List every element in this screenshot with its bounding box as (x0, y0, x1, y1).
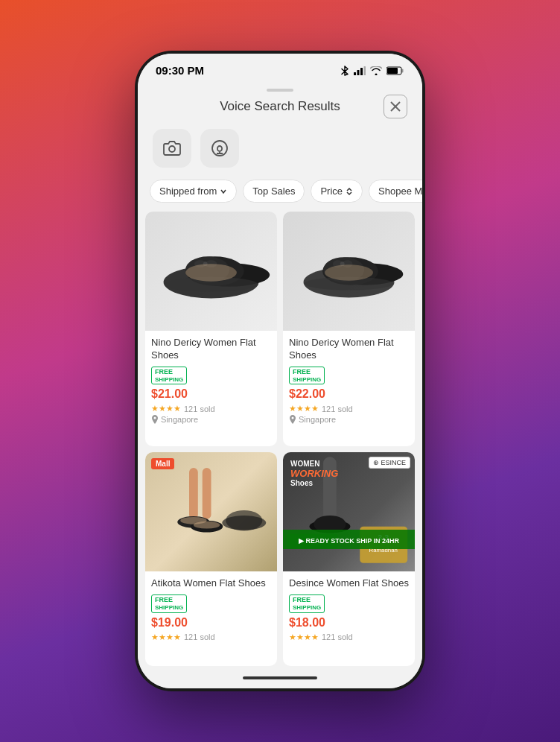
sort-icon (346, 187, 353, 196)
product-price-3: $19.00 (151, 616, 271, 630)
product-price-1: $21.00 (151, 387, 271, 401)
signal-icon (354, 66, 366, 75)
product-location-1: Singapore (151, 415, 271, 424)
product-name-1: Nino Dericy Women Flat Shoes (151, 337, 271, 362)
bottom-sheet: Voice Search Results (138, 81, 422, 688)
free-shipping-badge-4: FREE SHIPPING (289, 594, 325, 612)
svg-rect-2 (360, 68, 363, 75)
esince-brand-badge: ⊕ ESINCE (369, 457, 410, 469)
filter-price[interactable]: Price (311, 180, 363, 203)
sold-count-3: 121 sold (184, 632, 215, 641)
filter-top-sales-label: Top Sales (252, 186, 295, 197)
free-label-1: FREE (155, 368, 183, 376)
home-indicator-bar (243, 676, 317, 679)
stars-3: ★★★★ (151, 632, 181, 642)
filter-shopee-mall[interactable]: Shopee Mall (369, 180, 422, 203)
product-info-2: Nino Dericy Women Flat Shoes FREE SHIPPI… (283, 331, 415, 431)
stars-2: ★★★★ (289, 404, 319, 413)
sold-count-2: 121 sold (322, 405, 353, 413)
svg-rect-1 (357, 70, 360, 75)
filter-shipped-from-label: Shipped from (159, 186, 217, 197)
phone-frame: 09:30 PM (135, 51, 425, 691)
shipping-label-1: SHIPPING (155, 376, 183, 384)
product-meta-3: ★★★★ 121 sold (151, 632, 271, 642)
product-name-4: Desince Women Flat Shoes (289, 577, 409, 590)
working-shoes-text: WOMEN WORKING Shoes (290, 460, 338, 487)
audio-icon (211, 139, 229, 157)
product-location-2: Singapore (289, 415, 409, 424)
sheet-handle (267, 89, 293, 92)
sold-count-1: 121 sold (184, 405, 215, 413)
filter-shopee-mall-label: Shopee Mall (378, 186, 422, 197)
sold-count-4: 121 sold (322, 632, 353, 641)
svg-point-34 (194, 521, 220, 529)
product-name-2: Nino Dericy Women Flat Shoes (289, 337, 409, 362)
product-card-1[interactable]: Nino Dericy Women Flat Shoes FREE SHIPPI… (145, 212, 277, 446)
free-label-4: FREE (293, 596, 321, 604)
camera-button[interactable] (153, 129, 191, 168)
location-text-1: Singapore (161, 415, 198, 424)
svg-point-36 (226, 510, 262, 531)
svg-rect-6 (387, 68, 398, 74)
product-info-3: Atikota Women Flat Shoes FREE SHIPPING $… (145, 571, 277, 650)
phone-screen: 09:30 PM (138, 54, 422, 688)
camera-icon (163, 139, 181, 157)
product-shoe-img-3 (145, 452, 277, 571)
product-meta-1: ★★★★ 121 sold (151, 404, 271, 413)
home-indicator (138, 673, 422, 688)
shipping-label-4: SHIPPING (293, 604, 321, 612)
free-label-3: FREE (155, 596, 183, 604)
product-info-4: Desince Women Flat Shoes FREE SHIPPING $… (283, 571, 415, 650)
location-icon-1 (151, 415, 159, 424)
product-card-2[interactable]: Nino Dericy Women Flat Shoes FREE SHIPPI… (283, 212, 415, 446)
filter-bar: Shipped from Top Sales Price Shop (138, 180, 422, 212)
status-bar: 09:30 PM (138, 54, 422, 81)
product-shoe-img-2 (283, 212, 415, 331)
svg-point-19 (185, 264, 237, 282)
status-icons (340, 66, 404, 76)
close-button[interactable] (384, 95, 407, 118)
product-image-3: Mall (145, 452, 277, 571)
svg-rect-30 (203, 468, 211, 519)
location-icon-2 (289, 415, 296, 424)
product-info-1: Nino Dericy Women Flat Shoes FREE SHIPPI… (145, 331, 277, 431)
product-card-3[interactable]: Mall (145, 452, 277, 666)
bluetooth-icon (340, 66, 349, 76)
sheet-title: Voice Search Results (220, 99, 340, 114)
location-text-2: Singapore (299, 415, 336, 424)
chevron-down-icon (220, 188, 227, 195)
product-meta-4: ★★★★ 121 sold (289, 632, 409, 642)
filter-top-sales[interactable]: Top Sales (243, 180, 305, 203)
product-image-2 (283, 212, 415, 331)
free-shipping-badge-3: FREE SHIPPING (151, 594, 187, 612)
product-name-3: Atikota Women Flat Shoes (151, 577, 271, 590)
stars-4: ★★★★ (289, 632, 319, 642)
product-shoe-img-1 (145, 212, 277, 331)
svg-rect-5 (402, 69, 404, 72)
product-image-4: ⊕ ESINCE WOMEN WORKING Shoes (283, 452, 415, 571)
svg-rect-29 (189, 468, 198, 519)
product-image-1 (145, 212, 277, 331)
product-grid: Nino Dericy Women Flat Shoes FREE SHIPPI… (138, 212, 422, 673)
product-price-4: $18.00 (289, 616, 409, 630)
stars-1: ★★★★ (151, 404, 181, 413)
free-shipping-badge-1: FREE SHIPPING (151, 367, 187, 384)
sheet-header: Voice Search Results (138, 96, 422, 123)
battery-icon (386, 66, 404, 75)
voice-icons-row (138, 123, 422, 180)
product-card-4[interactable]: ⊕ ESINCE WOMEN WORKING Shoes (283, 452, 415, 666)
svg-point-9 (169, 146, 175, 152)
product-meta-2: ★★★★ 121 sold (289, 404, 409, 413)
status-time: 09:30 PM (156, 64, 204, 77)
ready-stock-badge: ▶ READY STOCK SHIP IN 24HR (283, 530, 415, 549)
shipping-label-3: SHIPPING (155, 604, 183, 612)
filter-shipped-from[interactable]: Shipped from (150, 180, 237, 203)
svg-rect-3 (364, 66, 366, 75)
shipping-label-2: SHIPPING (293, 376, 321, 384)
free-shipping-badge-2: FREE SHIPPING (289, 367, 325, 384)
mall-badge: Mall (151, 458, 174, 469)
filter-price-label: Price (320, 186, 343, 197)
close-icon (390, 101, 401, 112)
svg-point-28 (325, 264, 373, 281)
audio-search-button[interactable] (200, 129, 239, 168)
